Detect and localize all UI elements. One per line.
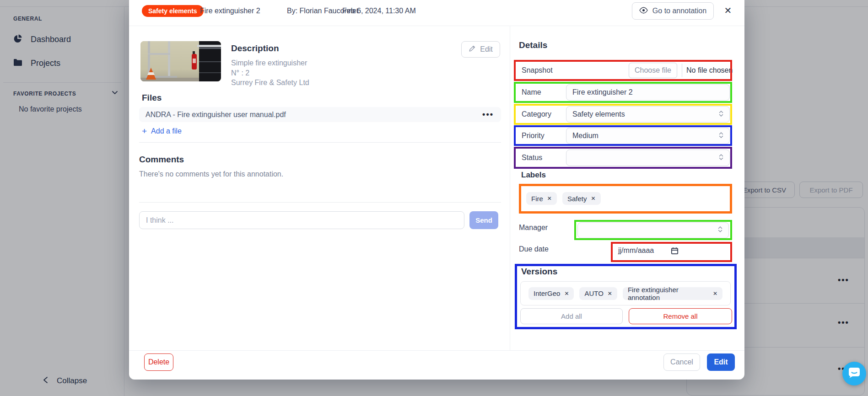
versions-heading: Versions xyxy=(521,267,557,277)
plus-icon: + xyxy=(142,128,147,135)
labels-heading: Labels xyxy=(521,171,546,180)
remove-tag-close-icon[interactable]: ✕ xyxy=(591,195,595,202)
modal-timestamp: Feb 6, 2024, 11:30 AM xyxy=(342,7,416,15)
remove-tag-close-icon[interactable]: ✕ xyxy=(564,290,569,297)
annotation-detail-modal: Safety elements Fire extinguisher 2 By: … xyxy=(129,0,744,380)
category-badge: Safety elements xyxy=(142,5,204,17)
add-file-label: Add a file xyxy=(151,127,182,135)
close-icon[interactable]: ✕ xyxy=(722,4,734,17)
pencil-icon xyxy=(469,45,476,54)
remove-tag-close-icon[interactable]: ✕ xyxy=(713,290,717,297)
category-select[interactable]: Safety elements xyxy=(566,106,730,123)
due-date-label: Due date xyxy=(519,245,549,253)
delete-button[interactable]: Delete xyxy=(144,353,173,371)
chat-launcher-button[interactable] xyxy=(842,362,866,385)
go-to-annotation-button[interactable]: Go to annotation xyxy=(632,2,714,20)
add-file-button[interactable]: + Add a file xyxy=(142,127,182,135)
due-date-input[interactable]: jj/mm/aaaa xyxy=(618,246,654,255)
section-divider xyxy=(139,142,501,143)
edit-description-button[interactable]: Edit xyxy=(461,41,500,58)
modal-title: Fire extinguisher 2 xyxy=(200,7,260,15)
version-tag[interactable]: Fire extinguisher annotation ✕ xyxy=(623,287,722,300)
go-to-annotation-label: Go to annotation xyxy=(652,7,706,15)
version-tag[interactable]: AUTO ✕ xyxy=(579,287,617,300)
snapshot-label: Snapshot xyxy=(522,66,553,75)
priority-select[interactable]: Medium xyxy=(566,128,730,144)
description-text: Simple fire extinguisher N° : 2 Surrey F… xyxy=(231,58,309,88)
eye-icon xyxy=(639,7,648,16)
priority-label: Priority xyxy=(522,132,545,140)
edit-description-label: Edit xyxy=(480,45,493,54)
status-select[interactable] xyxy=(566,150,730,166)
choose-file-button[interactable]: Choose file xyxy=(629,63,677,78)
comments-heading: Comments xyxy=(139,155,184,165)
calendar-icon[interactable] xyxy=(671,247,679,257)
remove-tag-close-icon[interactable]: ✕ xyxy=(547,195,552,202)
name-label: Name xyxy=(522,88,541,96)
file-name: ANDRA - Fire extinguisher user manual.pd… xyxy=(146,111,482,119)
screen: GENERAL Dashboard Projects FAVORITE PROJ… xyxy=(0,0,868,396)
manager-label: Manager xyxy=(519,224,548,232)
send-comment-button[interactable]: Send xyxy=(469,211,498,229)
file-menu-ellipsis-icon[interactable]: ••• xyxy=(482,110,494,119)
remove-tag-close-icon[interactable]: ✕ xyxy=(608,290,612,297)
column-divider xyxy=(510,26,510,350)
comment-input[interactable] xyxy=(139,211,464,229)
remove-all-button[interactable]: Remove all xyxy=(629,308,732,324)
file-input-divider xyxy=(682,64,682,77)
no-file-chosen-text: No file chosen xyxy=(686,66,733,75)
files-heading: Files xyxy=(142,93,162,103)
chat-bubble-icon xyxy=(848,367,861,380)
label-tag[interactable]: Fire ✕ xyxy=(526,192,557,205)
manager-select[interactable] xyxy=(577,222,729,238)
status-label: Status xyxy=(522,154,542,162)
details-heading: Details xyxy=(519,40,547,50)
version-tag[interactable]: InterGeo ✕ xyxy=(528,287,574,300)
label-tag[interactable]: Safety ✕ xyxy=(562,192,601,205)
footer-divider xyxy=(129,350,744,351)
category-label: Category xyxy=(522,110,551,118)
category-select-value: Safety elements xyxy=(572,110,625,118)
edit-button[interactable]: Edit xyxy=(707,353,735,371)
description-heading: Description xyxy=(231,43,279,54)
cancel-button[interactable]: Cancel xyxy=(663,353,700,371)
updown-chevron-icon xyxy=(719,132,723,140)
labels-tag-list: Fire ✕ Safety ✕ xyxy=(526,192,601,205)
updown-chevron-icon xyxy=(719,154,723,162)
add-all-button[interactable]: Add all xyxy=(520,308,623,324)
file-list-item: ANDRA - Fire extinguisher user manual.pd… xyxy=(139,107,501,122)
comments-empty-text: There's no comments yet for this annotat… xyxy=(139,170,283,178)
versions-tag-list: InterGeo ✕ AUTO ✕ Fire extinguisher anno… xyxy=(520,281,731,305)
updown-chevron-icon xyxy=(719,110,723,119)
name-input[interactable] xyxy=(566,84,730,101)
annotation-thumbnail[interactable] xyxy=(140,41,221,81)
modal-header: Safety elements Fire extinguisher 2 By: … xyxy=(129,0,744,26)
priority-select-value: Medium xyxy=(572,132,598,140)
section-divider xyxy=(139,202,501,203)
updown-chevron-icon xyxy=(718,226,722,235)
